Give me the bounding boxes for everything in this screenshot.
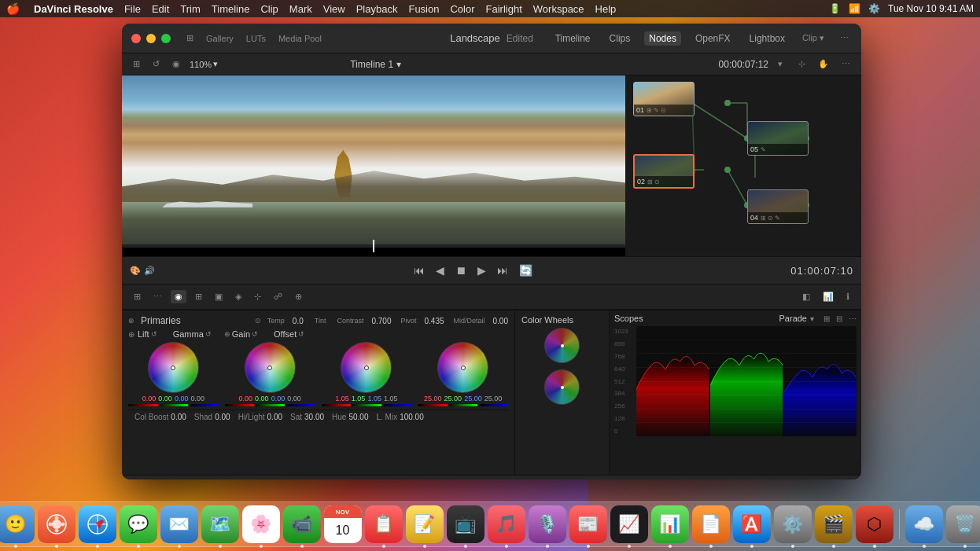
tab-openfx[interactable]: OpenFX	[691, 31, 735, 46]
dock-notes[interactable]: 📝	[406, 505, 444, 543]
hue-value[interactable]: 50.00	[348, 413, 368, 421]
gamma-wheel[interactable]: 0.00 0.00 0.00 0.00	[225, 342, 315, 406]
goto-start-button[interactable]: ⏮	[411, 263, 428, 278]
close-button[interactable]	[131, 34, 141, 43]
dock-finder[interactable]: 🙂	[0, 505, 35, 543]
dock-appstore[interactable]: 🅰️	[733, 505, 771, 543]
shad-value[interactable]: 0.00	[215, 413, 230, 421]
dock-music[interactable]: 🎵	[488, 505, 525, 543]
dock-launchpad[interactable]	[38, 505, 76, 543]
dock-photos[interactable]: 🌸	[242, 505, 280, 543]
menu-file[interactable]: File	[124, 3, 141, 15]
gallery-button[interactable]: Gallery	[203, 32, 237, 45]
color-tools-eyedrop[interactable]: ⊕	[291, 290, 306, 303]
cursor-tool[interactable]: ⊹	[795, 57, 809, 71]
loop-button[interactable]: ↺	[149, 57, 163, 71]
audio-tool[interactable]: 🔊	[144, 266, 155, 276]
color-tools-bars[interactable]: ⊞	[191, 290, 206, 303]
menu-clip[interactable]: Clip	[260, 3, 278, 15]
dock-calendar[interactable]: NOV 10	[324, 505, 362, 543]
scope-more[interactable]: ⋯	[849, 314, 857, 323]
color-tools-wheels[interactable]: ◉	[171, 290, 186, 303]
color-tools-curves[interactable]: ⋯	[149, 290, 166, 303]
col-boost-value[interactable]: 0.00	[171, 413, 186, 421]
tab-timeline[interactable]: Timeline	[551, 31, 595, 46]
menu-trim[interactable]: Trim	[180, 3, 201, 15]
timecode-dropdown[interactable]: ▾	[775, 57, 786, 71]
minimize-button[interactable]	[146, 34, 156, 43]
dock-preferences[interactable]: ⚙️	[774, 505, 812, 543]
dock-reminders[interactable]: 📋	[365, 505, 403, 543]
apple-menu[interactable]: 🍎	[6, 2, 20, 15]
dock-podcasts[interactable]: 🎙️	[529, 505, 566, 543]
dock-icloud[interactable]: ☁️	[905, 505, 943, 543]
lift-wheel[interactable]: 0.00 0.00 0.00 0.00	[128, 342, 219, 406]
menu-fairlight[interactable]: Fairlight	[486, 3, 522, 15]
menu-edit[interactable]: Edit	[152, 3, 169, 15]
menu-mark[interactable]: Mark	[289, 3, 312, 15]
luts-button[interactable]: LUTs	[243, 32, 269, 45]
dock-messages[interactable]: 💬	[120, 505, 157, 543]
menu-help[interactable]: Help	[595, 3, 617, 15]
grid-view-button[interactable]: ⊞	[183, 31, 197, 45]
tab-lightbox[interactable]: Lightbox	[745, 31, 790, 46]
cw-mini-wheel-1[interactable]	[544, 328, 580, 363]
view-mode-button[interactable]: ⊞	[130, 57, 143, 71]
dock-mail[interactable]: ✉️	[160, 505, 198, 543]
color-tool[interactable]: 🎨	[130, 266, 141, 276]
color-tools-node-grab[interactable]: ☍	[270, 290, 286, 303]
color-tools-highlight[interactable]: ◧	[798, 290, 814, 303]
step-back-button[interactable]: ◀	[433, 263, 448, 278]
color-tools-info[interactable]: ℹ	[842, 290, 853, 303]
color-tools-pal[interactable]: ◈	[231, 290, 245, 303]
media-pool-button[interactable]: Media Pool	[275, 32, 325, 45]
tab-clips[interactable]: Clips	[605, 31, 636, 46]
dock-cinema4d[interactable]: 🎬	[815, 505, 853, 543]
color-tools-log[interactable]: ▣	[211, 290, 227, 303]
gain-wheel[interactable]: 1.05 1.05 1.05 1.05	[322, 342, 412, 406]
timeline-dropdown[interactable]: ▾	[396, 59, 401, 70]
zoom-dropdown[interactable]: ▾	[213, 59, 218, 69]
stop-button[interactable]: ⏹	[452, 263, 470, 278]
sat-value[interactable]: 30.00	[304, 413, 324, 421]
dock-appletv[interactable]: 📺	[447, 505, 484, 543]
goto-end-button[interactable]: ⏭	[494, 263, 511, 278]
lmix-value[interactable]: 100.00	[400, 413, 424, 421]
offset-wheel[interactable]: 25.00 25.00 25.00 25.00	[418, 342, 508, 406]
app-name-menu[interactable]: DaVinci Resolve	[34, 3, 113, 15]
dock-facetime[interactable]: 📹	[283, 505, 321, 543]
scope-tool-1[interactable]: ⊞	[823, 314, 830, 323]
more-options[interactable]: ⋯	[837, 31, 852, 45]
dock-stocks[interactable]: 📈	[610, 505, 648, 543]
dock-numbers[interactable]: 📊	[651, 505, 689, 543]
loop-button[interactable]: 🔄	[516, 263, 536, 278]
parade-dropdown[interactable]: ▾	[810, 314, 814, 323]
cw-mini-wheel-2[interactable]	[544, 369, 580, 405]
zoom-level[interactable]: 110%	[190, 60, 212, 69]
scope-tool-2[interactable]: ⊟	[836, 314, 842, 323]
hilight-value[interactable]: 0.00	[267, 413, 282, 421]
dock-safari[interactable]	[79, 505, 116, 543]
menu-workspace[interactable]: Workspace	[533, 3, 584, 15]
menu-fusion[interactable]: Fusion	[408, 3, 439, 15]
dock-news[interactable]: 📰	[569, 505, 607, 543]
tab-nodes[interactable]: Nodes	[644, 31, 681, 46]
clip-button[interactable]: Clip ▾	[799, 31, 827, 45]
playhead-button[interactable]: ◉	[169, 57, 183, 71]
color-tools-chart[interactable]: 📊	[819, 290, 838, 303]
color-tools-preset[interactable]: ⊞	[130, 290, 145, 303]
more-tools[interactable]: ⋯	[838, 57, 853, 71]
menu-color[interactable]: Color	[450, 3, 474, 15]
maximize-button[interactable]	[161, 34, 171, 43]
dock-davinci[interactable]: ⬡	[856, 505, 893, 543]
hand-tool[interactable]: ✋	[815, 57, 832, 71]
menu-playback[interactable]: Playback	[356, 3, 398, 15]
menu-timeline[interactable]: Timeline	[212, 3, 250, 15]
dock-trash[interactable]: 🗑️	[946, 505, 981, 543]
menu-view[interactable]: View	[323, 3, 345, 15]
dock-maps[interactable]: 🗺️	[201, 505, 239, 543]
play-button[interactable]: ▶	[474, 263, 489, 278]
dock-pages[interactable]: 📄	[692, 505, 730, 543]
color-tools-motion[interactable]: ⊹	[250, 290, 265, 303]
menubar-control[interactable]: ⚙️	[868, 3, 880, 14]
